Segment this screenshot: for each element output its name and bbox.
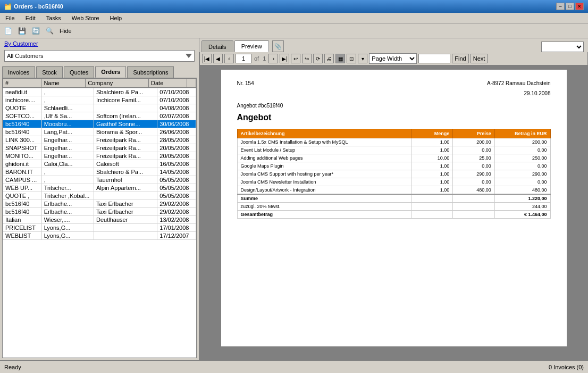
refresh-button[interactable]: 🔄	[30, 25, 41, 37]
table-row[interactable]: BARON.IT,Sbalchiero & Pa...14/05/2008	[3, 168, 196, 176]
menubar: File Edit Tasks Web Store Help	[0, 13, 588, 23]
main-container: By Customer All Customers Invoices Stock…	[0, 38, 588, 360]
titlebar-text: Orders - bc516f40	[14, 3, 63, 10]
zoom-select[interactable]: Page Width Whole Page 50% 75% 100% 150%	[369, 53, 417, 64]
list-item: Google Maps Plugin1,000,000,00	[237, 162, 550, 170]
tab-orders[interactable]: Orders	[95, 66, 126, 78]
close-button[interactable]: ✕	[575, 3, 584, 10]
customer-select[interactable]: All Customers	[4, 50, 195, 62]
tab-quotes[interactable]: Quotes	[64, 66, 94, 78]
left-tabs: Invoices Stock Quotes Orders Subscriptio…	[0, 64, 199, 78]
attach-icon-btn[interactable]: 📎	[272, 40, 284, 52]
table-row[interactable]: bc516f40Moosbru...Gasthof Sonne...30/06/…	[3, 120, 196, 128]
refresh-preview-button[interactable]: ⟳	[313, 54, 323, 63]
menu-edit[interactable]: Edit	[22, 14, 39, 22]
preview-invoice-table: Artikelbezeichnung Menge Preise Betrag i…	[237, 129, 551, 219]
tab-stock[interactable]: Stock	[36, 66, 63, 78]
nav-prev2-button[interactable]: ‹	[224, 54, 234, 63]
table-row[interactable]: ghidoni.itCaloi,Cla...Caloisoft16/05/200…	[3, 160, 196, 168]
col-date: Date	[149, 79, 187, 88]
left-panel: By Customer All Customers Invoices Stock…	[0, 38, 199, 360]
nav-forward-button[interactable]: ↪	[302, 54, 312, 63]
tab-details[interactable]: Details	[201, 40, 233, 52]
view-btn2[interactable]: ⊡	[347, 54, 356, 63]
col-scroll	[187, 79, 196, 88]
table-row[interactable]: MONITO...Engelhar...Freizeitpark Ra...20…	[3, 152, 196, 160]
tab-invoices[interactable]: Invoices	[2, 66, 35, 78]
doc-title: Angebot	[237, 113, 551, 122]
preview-tabs: Details Preview 📎	[199, 38, 588, 52]
table-row[interactable]: ItalianWieser,....Deutlhauser13/02/2008	[3, 216, 196, 224]
list-item: Design/Layout/Artwork - Integration1,004…	[237, 186, 550, 195]
table-row[interactable]: PRICELISTLyons,G...17/01/2008	[3, 224, 196, 232]
nav-prev-button[interactable]: ◀	[213, 54, 223, 63]
by-customer-link[interactable]: By Customer	[0, 38, 199, 49]
doc-nr: Nr. 154	[237, 80, 254, 86]
table-row[interactable]: WEBLISTLyons,G...17/12/2007	[3, 232, 196, 240]
table-row[interactable]: LINK 300...Engelhar...Freizeitpark Ra...…	[3, 136, 196, 144]
doc-ref: Angebot #bc516f40	[237, 103, 551, 109]
customer-select-wrap: All Customers	[0, 49, 199, 64]
list-item: Summe1.220,00	[237, 194, 550, 203]
menu-file[interactable]: File	[2, 14, 18, 22]
preview-extra-btn[interactable]	[541, 42, 584, 52]
orders-table: # Name Company Date	[3, 78, 196, 88]
orders-table-body: neafidi.it,Sbalchiero & Pa...07/10/2008i…	[3, 88, 196, 240]
table-row[interactable]: inchicore....,Inchicore Famil...07/10/20…	[3, 96, 196, 104]
view-btn1[interactable]: ▦	[335, 54, 345, 63]
col-num: #	[3, 79, 41, 88]
menu-tasks[interactable]: Tasks	[43, 14, 64, 22]
toolbar: 📄 💾 🔄 🔍 Hide	[0, 23, 588, 38]
titlebar-controls: – □ ✕	[556, 3, 584, 10]
page-number-input[interactable]: 1	[236, 54, 251, 63]
tab-subscriptions[interactable]: Subscriptions	[127, 66, 174, 78]
list-item: Joomla CMS Support with hosting per year…	[237, 170, 550, 178]
view-btn3[interactable]: ▾	[358, 54, 367, 63]
orders-table-wrap: # Name Company Date neafidi.it,Sbalchier…	[2, 78, 197, 358]
table-row[interactable]: bc516f40Erlbache...Taxi Erlbacher29/02/2…	[3, 208, 196, 216]
col-betrag: Betrag in EUR	[494, 129, 550, 138]
save-button[interactable]: 💾	[16, 25, 28, 37]
col-name: Name	[41, 79, 86, 88]
table-row[interactable]: QUOTE ,Tritscher ,Kobal...05/05/2008	[3, 192, 196, 200]
nav-last-button[interactable]: ▶|	[280, 54, 289, 63]
preview-content[interactable]: Nr. 154 A-8972 Ramsau Dachstein 29.10.20…	[199, 65, 588, 360]
list-item: Gesamtbetrag€ 1.464,00	[237, 211, 550, 219]
list-item: Adding additional Web pages10,0025,00250…	[237, 154, 550, 162]
preview-extra-select[interactable]	[542, 42, 583, 52]
titlebar: 🗂️ Orders - bc516f40 – □ ✕	[0, 0, 588, 13]
table-row[interactable]: bc516f40Erlbache...Taxi Erlbacher29/02/2…	[3, 200, 196, 208]
status-left: Ready	[4, 364, 21, 370]
hide-label[interactable]: Hide	[57, 27, 74, 35]
nav-back-button[interactable]: ↩	[291, 54, 300, 63]
find-button[interactable]: Find	[452, 54, 468, 63]
search-button[interactable]: 🔍	[44, 25, 55, 37]
print-button[interactable]: 🖨	[324, 54, 334, 63]
table-row[interactable]: CAMPUS ...,Tauernhof05/05/2008	[3, 176, 196, 184]
new-button[interactable]: 📄	[2, 25, 14, 37]
tab-preview[interactable]: Preview	[234, 40, 269, 52]
statusbar: Ready 0 Invoices (0)	[0, 360, 588, 373]
table-row[interactable]: neafidi.it,Sbalchiero & Pa...07/10/2008	[3, 88, 196, 96]
minimize-button[interactable]: –	[556, 3, 565, 10]
find-input[interactable]	[418, 54, 450, 63]
table-row[interactable]: bc516f40Lang,Pat...Biorama & Spor...26/0…	[3, 128, 196, 136]
table-row[interactable]: WEB UP...Tritscher...Alpin Appartem...05…	[3, 184, 196, 192]
table-row[interactable]: SOFTCO...,Ulf & Sa...Softcom (Irelan...0…	[3, 112, 196, 120]
table-row[interactable]: QUOTESchlaedli...04/08/2008	[3, 104, 196, 112]
menu-webstore[interactable]: Web Store	[69, 14, 103, 22]
maximize-button[interactable]: □	[566, 3, 574, 10]
table-row[interactable]: SNAPSHOTEngelhar...Freizeitpark Ra...20/…	[3, 144, 196, 152]
doc-address: A-8972 Ramsau Dachstein	[487, 80, 551, 86]
menu-help[interactable]: Help	[107, 14, 125, 22]
col-company: Company	[86, 79, 149, 88]
list-item: Joomla CMS Newsletter Installation1,000,…	[237, 178, 550, 186]
orders-scroll[interactable]: neafidi.it,Sbalchiero & Pa...07/10/2008i…	[3, 88, 196, 354]
nav-next-button[interactable]: ›	[268, 54, 278, 63]
next-button[interactable]: Next	[471, 54, 488, 63]
page-document: Nr. 154 A-8972 Ramsau Dachstein 29.10.20…	[221, 70, 567, 346]
nav-first-button[interactable]: |◀	[202, 54, 212, 63]
doc-date: 29.10.2008	[237, 90, 551, 96]
list-item: Event List Module / Setup1,000,000,00	[237, 146, 550, 154]
titlebar-title: 🗂️ Orders - bc516f40	[4, 3, 63, 10]
